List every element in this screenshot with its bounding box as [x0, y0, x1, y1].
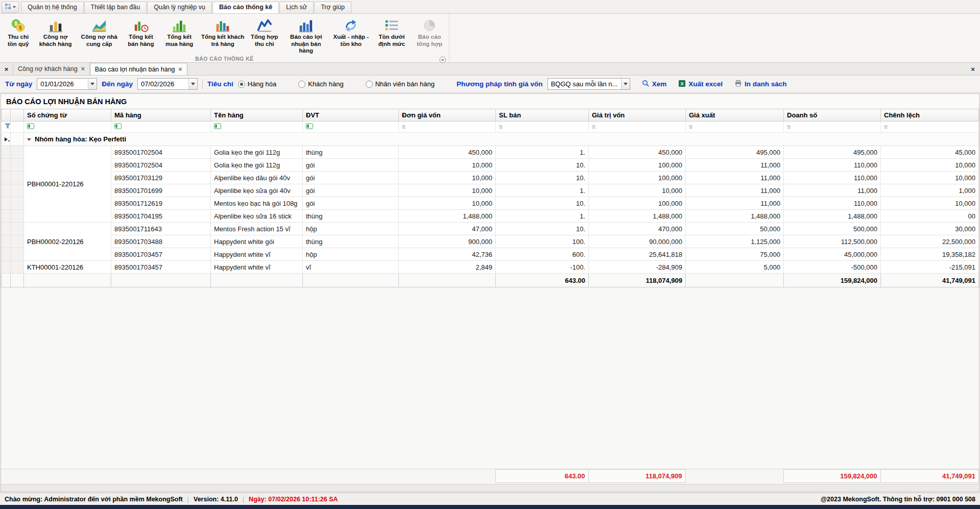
- cell-revenue[interactable]: 11,000: [784, 184, 881, 197]
- cell-code[interactable]: 8935001703488: [111, 235, 211, 248]
- cell-revenue[interactable]: 500,000: [784, 223, 881, 235]
- cell-unit[interactable]: gói: [303, 197, 399, 210]
- cell-diff[interactable]: 22,500,000: [881, 235, 979, 248]
- cell-revenue[interactable]: 495,000: [784, 146, 881, 159]
- cell-code[interactable]: 8935001702504: [111, 159, 211, 172]
- close-tab-icon[interactable]: ×: [81, 65, 85, 72]
- cell-diff[interactable]: 30,000: [881, 223, 979, 235]
- cell-cost-price[interactable]: 10,000: [399, 159, 496, 172]
- filter-cell-cost-value[interactable]: =: [589, 122, 686, 133]
- filter-cell-sale-price[interactable]: =: [686, 122, 784, 133]
- col-header-so-chung-tu[interactable]: Số chứng từ: [24, 109, 111, 122]
- cell-cost-value[interactable]: 100,000: [589, 159, 686, 172]
- cell-sale-price[interactable]: 5,000: [686, 261, 784, 274]
- cell-doc[interactable]: PBH00001-220126: [24, 146, 111, 223]
- cell-revenue[interactable]: 110,000: [784, 197, 881, 210]
- cell-cost-price[interactable]: 10,000: [399, 184, 496, 197]
- cell-code[interactable]: 8935001701699: [111, 184, 211, 197]
- cell-sale-price[interactable]: 11,000: [686, 172, 784, 184]
- cell-diff[interactable]: 10,000: [881, 172, 979, 184]
- cell-doc[interactable]: PBH00002-220126: [24, 223, 111, 261]
- cell-code[interactable]: 8935001712619: [111, 197, 211, 210]
- cell-revenue[interactable]: 1,488,000: [784, 210, 881, 223]
- ribbon-button-tong-hop-thu-chi[interactable]: Tổng hợp thu chi: [247, 15, 282, 56]
- filter-cell-cost-price[interactable]: =: [399, 122, 496, 133]
- export-excel-button[interactable]: X Xuất excel: [678, 80, 723, 89]
- cell-qty[interactable]: 10.: [496, 159, 589, 172]
- col-header-dvt[interactable]: ĐVT: [303, 109, 399, 122]
- cell-cost-value[interactable]: 25,641,818: [589, 248, 686, 261]
- cell-cost-value[interactable]: -284,909: [589, 261, 686, 274]
- filter-cell-qty[interactable]: =: [496, 122, 589, 133]
- filter-cell-revenue[interactable]: =: [784, 122, 881, 133]
- ribbon-tab-bao-cao-thong-ke[interactable]: Báo cáo thống kê: [212, 2, 279, 13]
- cell-name[interactable]: Alpenlibe kẹo sữa 16 stick: [211, 210, 303, 223]
- cell-cost-value[interactable]: 100,000: [589, 172, 686, 184]
- group-header-cell[interactable]: Nhóm hàng hóa: Kẹo Perfetti: [24, 133, 979, 146]
- radio-icon[interactable]: [366, 81, 373, 88]
- cell-cost-price[interactable]: 42,736: [399, 248, 496, 261]
- dropdown-arrow-icon[interactable]: [621, 79, 630, 89]
- dropdown-arrow-icon[interactable]: [188, 79, 197, 89]
- ribbon-tab-quan-tri-he-thong[interactable]: Quản trị hệ thống: [21, 2, 84, 13]
- cell-name[interactable]: Golia kẹo the gói 112g: [211, 159, 303, 172]
- cell-cost-price[interactable]: 47,000: [399, 223, 496, 235]
- cell-diff[interactable]: 19,358,182: [881, 248, 979, 261]
- cost-method-select[interactable]: BQGQ sau mỗi lần n...: [547, 78, 630, 90]
- cell-unit[interactable]: hộp: [303, 223, 399, 235]
- cell-code[interactable]: 8935001703129: [111, 172, 211, 184]
- filter-cell-name[interactable]: [211, 122, 303, 133]
- cell-name[interactable]: Mentos kẹo bạc hà gói 108g: [211, 197, 303, 210]
- app-menu-button[interactable]: [2, 2, 19, 13]
- cell-code[interactable]: 8935001703457: [111, 248, 211, 261]
- cell-name[interactable]: Happydent white vĩ: [211, 248, 303, 261]
- col-header-ten-hang[interactable]: Tên hàng: [211, 109, 303, 122]
- filter-cell-code[interactable]: [111, 122, 211, 133]
- ribbon-collapse-button[interactable]: [439, 56, 446, 64]
- print-list-button[interactable]: In danh sách: [734, 80, 787, 89]
- cell-name[interactable]: Golia kẹo the gói 112g: [211, 146, 303, 159]
- col-header-gia-tri-von[interactable]: Giá trị vốn: [589, 109, 686, 122]
- filter-cell-unit[interactable]: [303, 122, 399, 133]
- cell-revenue[interactable]: 45,000,000: [784, 248, 881, 261]
- radio-selected-icon[interactable]: [238, 81, 245, 88]
- ribbon-button-cong-no-nha-cung-cap[interactable]: Công nợ nhà cung cấp: [77, 15, 122, 56]
- cell-cost-value[interactable]: 10,000: [589, 184, 686, 197]
- ribbon-tab-lich-su[interactable]: Lịch sử: [279, 2, 314, 13]
- col-header-don-gia-von[interactable]: Đơn giá vốn: [399, 109, 496, 122]
- cell-cost-value[interactable]: 90,000,000: [589, 235, 686, 248]
- col-header-ma-hang[interactable]: Mã hàng: [111, 109, 211, 122]
- col-header-chenh-lech[interactable]: Chênh lệch: [881, 109, 979, 122]
- doc-tab-bao-cao-loi-nhuan-ban-hang[interactable]: Báo cáo lợi nhuận bán hàng ×: [90, 63, 187, 75]
- cell-name[interactable]: Happydent white vĩ: [211, 261, 303, 274]
- cell-code[interactable]: 8935001704195: [111, 210, 211, 223]
- col-header-sl-ban[interactable]: SL bán: [496, 109, 589, 122]
- cell-qty[interactable]: 1.: [496, 210, 589, 223]
- view-button[interactable]: Xem: [642, 80, 667, 89]
- cell-unit[interactable]: hộp: [303, 248, 399, 261]
- cell-cost-value[interactable]: 470,000: [589, 223, 686, 235]
- cell-diff[interactable]: 00: [881, 210, 979, 223]
- cell-sale-price[interactable]: 75,000: [686, 248, 784, 261]
- cell-sale-price[interactable]: 495,000: [686, 146, 784, 159]
- cell-doc[interactable]: KTH00001-220126: [24, 261, 111, 274]
- ribbon-button-tong-ket-khach-tra-hang[interactable]: Tổng kết khách trả hàng: [199, 15, 247, 56]
- ribbon-tab-quan-ly-nghiep-vu[interactable]: Quản lý nghiệp vụ: [147, 2, 212, 13]
- cell-unit[interactable]: vĩ: [303, 261, 399, 274]
- cell-name[interactable]: Mentos Fresh action 15 vĩ: [211, 223, 303, 235]
- cell-sale-price[interactable]: 1,125,000: [686, 235, 784, 248]
- cell-qty[interactable]: -100.: [496, 261, 589, 274]
- cell-revenue[interactable]: 112,500,000: [784, 235, 881, 248]
- cell-unit[interactable]: thùng: [303, 235, 399, 248]
- cell-unit[interactable]: thùng: [303, 210, 399, 223]
- cell-revenue[interactable]: 110,000: [784, 159, 881, 172]
- cell-diff[interactable]: -215,091: [881, 261, 979, 274]
- cell-cost-price[interactable]: 450,000: [399, 146, 496, 159]
- cell-revenue[interactable]: 110,000: [784, 172, 881, 184]
- cell-sale-price[interactable]: 11,000: [686, 159, 784, 172]
- cell-unit[interactable]: thùng: [303, 146, 399, 159]
- cell-unit[interactable]: gói: [303, 172, 399, 184]
- ribbon-tab-tro-giup[interactable]: Trợ giúp: [314, 2, 351, 13]
- cell-cost-price[interactable]: 10,000: [399, 172, 496, 184]
- cell-diff[interactable]: 10,000: [881, 159, 979, 172]
